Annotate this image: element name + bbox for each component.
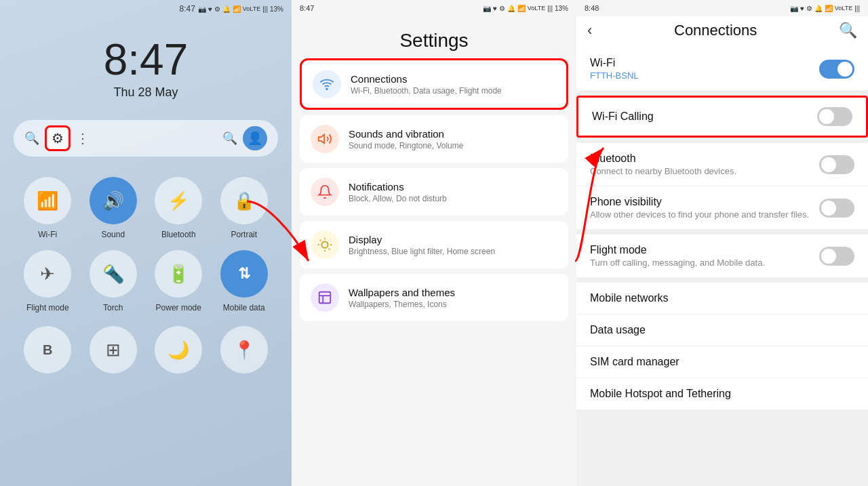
quick-icon-sound[interactable]: 🔊 Sound bbox=[86, 177, 141, 239]
quick-icon-qr[interactable]: ⊞ bbox=[86, 326, 141, 373]
standalone-items-section: Mobile networks Data usage SIM card mana… bbox=[576, 283, 868, 409]
phone-visibility-item-subtitle: Allow other devices to find your phone a… bbox=[590, 209, 819, 220]
quick-icon-portrait[interactable]: 🔒 Portrait bbox=[217, 177, 272, 239]
wifi-icon: 📶 bbox=[37, 190, 58, 211]
phone-visibility-item-text: Phone visibility Allow other devices to … bbox=[590, 196, 819, 220]
wifi-icon-circle: 📶 bbox=[24, 177, 71, 224]
mobile-networks-title: Mobile networks bbox=[590, 292, 854, 304]
sim-card-title: SIM card manager bbox=[590, 356, 854, 368]
settings-items-list: Connections Wi-Fi, Bluetooth, Data usage… bbox=[292, 58, 576, 486]
portrait-icon-circle: 🔒 bbox=[220, 177, 268, 224]
conn-item-bluetooth[interactable]: Bluetooth Connect to nearby Bluetooth de… bbox=[576, 143, 868, 186]
conn-item-flight-mode[interactable]: Flight mode Turn off calling, messaging,… bbox=[576, 235, 868, 277]
wifi-section: Wi-Fi FTTH-BSNL bbox=[576, 47, 868, 90]
avatar[interactable]: 👤 bbox=[243, 126, 267, 150]
bluetooth-item-subtitle: Connect to nearby Bluetooth devices. bbox=[590, 166, 819, 176]
wifi-label: Wi-Fi bbox=[38, 230, 57, 239]
svg-line-6 bbox=[329, 249, 330, 249]
moon-icon: 🌙 bbox=[167, 340, 189, 361]
sim-card-text: SIM card manager bbox=[590, 356, 854, 368]
mobile-data-label: Mobile data bbox=[223, 303, 265, 312]
wallpapers-subtitle: Wallpapers, Themes, Icons bbox=[349, 300, 557, 309]
flight-mode-icon-circle: ✈ bbox=[24, 250, 71, 298]
phone-visibility-toggle-thumb bbox=[821, 201, 836, 216]
connections-subtitle: Wi-Fi, Bluetooth, Data usage, Flight mod… bbox=[351, 86, 555, 96]
conn-item-hotspot[interactable]: Mobile Hotspot and Tethering bbox=[576, 378, 868, 409]
conn-item-phone-visibility[interactable]: Phone visibility Allow other devices to … bbox=[576, 186, 868, 229]
quick-icon-location[interactable]: 📍 bbox=[217, 326, 272, 373]
connections-items: Wi-Fi FTTH-BSNL Wi-Fi Calling bbox=[576, 47, 868, 486]
svg-point-0 bbox=[326, 88, 328, 89]
power-mode-icon-circle: 🔋 bbox=[155, 250, 202, 298]
flight-mode-toggle[interactable] bbox=[819, 247, 854, 266]
search-right-icon[interactable]: 🔍 bbox=[222, 131, 237, 146]
svg-line-5 bbox=[320, 240, 321, 241]
more-options-icon[interactable]: ⋮ bbox=[76, 130, 90, 146]
settings-item-wallpapers[interactable]: Wallpapers and themes Wallpapers, Themes… bbox=[300, 274, 568, 321]
wifi-calling-toggle[interactable] bbox=[817, 107, 852, 126]
quick-icon-power-mode[interactable]: 🔋 Power mode bbox=[151, 250, 206, 312]
quick-icon-bluetooth[interactable]: ⚡ Bluetooth bbox=[151, 177, 206, 239]
connections-search-icon[interactable]: 🔍 bbox=[839, 22, 857, 39]
quick-icon-mobile-data[interactable]: ⇅ Mobile data bbox=[217, 250, 272, 312]
settings-item-sounds[interactable]: Sounds and vibration Sound mode, Rington… bbox=[300, 115, 568, 163]
settings-item-connections[interactable]: Connections Wi-Fi, Bluetooth, Data usage… bbox=[300, 58, 568, 110]
conn-item-mobile-networks[interactable]: Mobile networks bbox=[576, 283, 868, 315]
bluetooth-toggle-thumb bbox=[821, 157, 836, 172]
display-text: Display Brightness, Blue light filter, H… bbox=[349, 234, 557, 256]
quick-icon-wifi[interactable]: 📶 Wi-Fi bbox=[20, 177, 75, 239]
qr-icon: ⊞ bbox=[106, 340, 121, 361]
back-button[interactable]: ‹ bbox=[587, 22, 592, 39]
settings-item-display[interactable]: Display Brightness, Blue light filter, H… bbox=[300, 221, 568, 268]
connections-icon bbox=[313, 70, 341, 98]
quick-icon-moon[interactable]: 🌙 bbox=[151, 326, 206, 373]
quick-icons-grid: 📶 Wi-Fi 🔊 Sound ⚡ Bluetooth 🔒 bbox=[0, 163, 292, 326]
conn-item-sim-card[interactable]: SIM card manager bbox=[576, 346, 868, 378]
svg-rect-9 bbox=[319, 292, 331, 304]
bluetooth-item-text: Bluetooth Connect to nearby Bluetooth de… bbox=[590, 153, 819, 176]
flight-mode-label: Flight mode bbox=[26, 303, 69, 312]
wifi-calling-toggle-thumb bbox=[819, 109, 834, 124]
lock-screen: 8:47 📷♥⚙ 🔔📶 VoLTE ||| 13% 8:47 Thu 28 Ma… bbox=[0, 0, 292, 486]
mobile-data-icon: ⇅ bbox=[238, 265, 250, 283]
search-icon[interactable]: 🔍 bbox=[24, 131, 39, 146]
settings-item-notifications[interactable]: Notifications Block, Allow, Do not distu… bbox=[300, 168, 568, 216]
wifi-toggle[interactable] bbox=[819, 60, 854, 79]
connections-header: ‹ Connections 🔍 bbox=[576, 16, 868, 47]
wallpapers-title: Wallpapers and themes bbox=[349, 287, 557, 298]
wifi-item-text: Wi-Fi FTTH-BSNL bbox=[590, 57, 819, 81]
conn-item-data-usage[interactable]: Data usage bbox=[576, 315, 868, 346]
lock-date: Thu 28 May bbox=[0, 85, 292, 100]
notifications-title: Notifications bbox=[349, 181, 557, 193]
settings-status-bar: 8:47 📷♥⚙ 🔔📶 VoLTE |||13% bbox=[292, 0, 576, 16]
bluetooth-item-title: Bluetooth bbox=[590, 153, 819, 165]
lock-status-bar: 8:47 📷♥⚙ 🔔📶 VoLTE ||| 13% bbox=[0, 0, 292, 18]
quick-icon-flight-mode[interactable]: ✈ Flight mode bbox=[20, 250, 75, 312]
flight-mode-section: Flight mode Turn off calling, messaging,… bbox=[576, 235, 868, 277]
quick-icon-torch[interactable]: 🔦 Torch bbox=[86, 250, 141, 312]
b-icon-circle: B bbox=[24, 326, 71, 373]
wallpapers-text: Wallpapers and themes Wallpapers, Themes… bbox=[349, 287, 557, 309]
conn-item-wifi-calling[interactable]: Wi-Fi Calling bbox=[578, 98, 866, 136]
torch-icon: 🔦 bbox=[102, 264, 124, 285]
wifi-calling-item-text: Wi-Fi Calling bbox=[592, 110, 817, 123]
location-icon: 📍 bbox=[233, 340, 255, 361]
moon-icon-circle: 🌙 bbox=[155, 326, 202, 373]
torch-label: Torch bbox=[103, 303, 123, 312]
hotspot-title: Mobile Hotspot and Tethering bbox=[590, 388, 854, 400]
quick-icon-b[interactable]: B bbox=[20, 326, 75, 373]
bottom-icons: B ⊞ 🌙 📍 bbox=[0, 326, 292, 380]
bluetooth-icon-circle: ⚡ bbox=[155, 177, 202, 224]
svg-marker-1 bbox=[319, 135, 324, 144]
phone-visibility-toggle[interactable] bbox=[819, 199, 854, 218]
flight-mode-item-title: Flight mode bbox=[590, 244, 819, 256]
data-usage-title: Data usage bbox=[590, 324, 854, 336]
settings-gear-button[interactable]: ⚙ bbox=[45, 125, 71, 151]
lock-status-icons: 📷♥⚙ 🔔📶 VoLTE ||| 13% bbox=[198, 5, 283, 13]
conn-item-wifi[interactable]: Wi-Fi FTTH-BSNL bbox=[576, 47, 868, 90]
connections-status-bar: 8:48 📷♥⚙ 🔔📶 VoLTE ||| bbox=[576, 0, 868, 16]
bluetooth-toggle[interactable] bbox=[819, 155, 854, 174]
notifications-icon bbox=[311, 178, 339, 206]
sounds-title: Sounds and vibration bbox=[349, 128, 557, 140]
sounds-icon bbox=[311, 125, 339, 153]
